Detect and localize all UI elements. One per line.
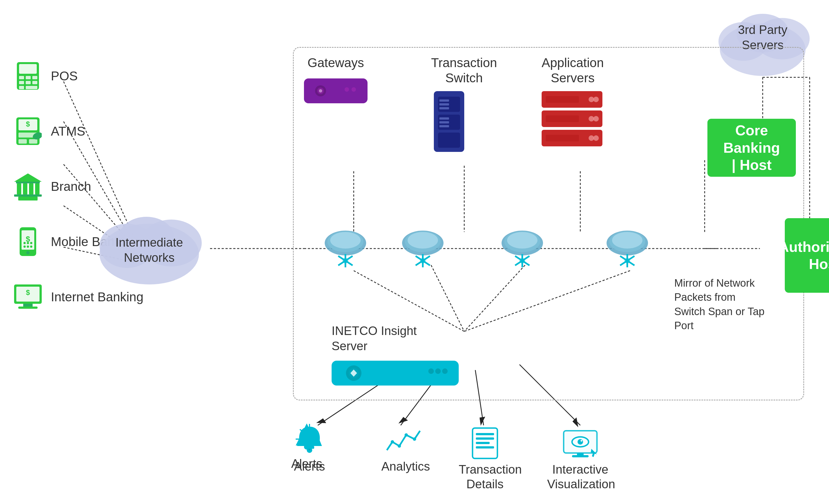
svg-rect-28 [19, 76, 24, 79]
analytics-label: Analytics [381, 460, 426, 473]
branch-label: Branch [51, 179, 91, 194]
svg-point-59 [27, 245, 29, 248]
interactive-viz-output: InteractiveVisualization [547, 425, 613, 492]
interactive-viz-label: InteractiveVisualization [547, 462, 613, 492]
branch-device: Branch [13, 171, 143, 202]
svg-point-133 [428, 369, 434, 374]
transaction-details-label: TransactionDetails [459, 462, 511, 492]
svg-rect-41 [29, 139, 37, 144]
svg-rect-82 [439, 100, 449, 102]
svg-point-56 [27, 242, 29, 244]
router-3 [500, 227, 544, 272]
svg-rect-46 [23, 183, 27, 194]
svg-rect-47 [29, 183, 33, 194]
svg-point-55 [24, 242, 26, 244]
svg-rect-64 [23, 304, 33, 307]
svg-rect-32 [26, 81, 31, 84]
pos-icon [13, 61, 43, 91]
svg-point-94 [593, 96, 599, 102]
svg-point-79 [352, 87, 356, 92]
svg-point-118 [507, 232, 537, 248]
svg-rect-88 [439, 125, 449, 127]
mirror-text: Mirror of NetworkPackets fromSwitch Span… [674, 276, 765, 333]
svg-rect-158 [572, 455, 588, 457]
svg-rect-101 [546, 135, 579, 142]
svg-point-77 [319, 89, 322, 92]
svg-rect-33 [32, 81, 37, 84]
core-banking-label: Core Banking| Host [708, 122, 796, 173]
atm-icon: $ [13, 116, 43, 146]
svg-text:$: $ [26, 288, 30, 297]
svg-point-60 [30, 245, 32, 248]
svg-point-125 [612, 232, 643, 248]
svg-rect-34 [19, 86, 24, 89]
svg-rect-98 [546, 115, 579, 122]
router-1 [323, 227, 367, 272]
svg-point-100 [593, 135, 599, 141]
svg-rect-40 [19, 139, 27, 144]
svg-point-146 [413, 437, 416, 441]
svg-rect-49 [14, 194, 42, 197]
svg-point-58 [24, 245, 26, 248]
inetco-server-section: INETCO InsightServer [332, 323, 459, 389]
alerts-icon-area: Alerts [287, 423, 332, 473]
transaction-switch-label: TransactionSwitch [431, 55, 497, 86]
svg-point-54 [26, 251, 30, 254]
auth-host-box: AuthorizationHost [785, 218, 829, 293]
inetco-label: INETCO InsightServer [332, 323, 459, 353]
desktop-icon: $ [13, 282, 43, 312]
svg-rect-89 [438, 132, 460, 148]
svg-rect-84 [439, 107, 449, 109]
router-4 [605, 227, 649, 272]
router-2 [401, 227, 445, 272]
svg-point-57 [30, 242, 32, 244]
app-servers-section: ApplicationServers [542, 55, 604, 148]
svg-rect-50 [18, 197, 38, 200]
svg-rect-148 [476, 433, 494, 435]
pos-device: POS [13, 61, 143, 91]
atms-label: ATMS [51, 124, 85, 139]
transaction-details-output: TransactionDetails [459, 425, 511, 492]
svg-rect-151 [476, 446, 494, 449]
svg-point-145 [404, 433, 408, 437]
svg-point-155 [578, 439, 583, 444]
intermediate-networks-cloud: IntermediateNetworks [91, 207, 207, 293]
svg-point-129 [624, 258, 630, 264]
svg-marker-43 [14, 173, 42, 182]
svg-point-134 [435, 369, 441, 374]
svg-rect-86 [439, 117, 449, 120]
svg-rect-48 [35, 183, 39, 194]
svg-rect-45 [17, 183, 21, 194]
svg-point-111 [407, 232, 438, 248]
alerts-label2: Alerts [287, 460, 332, 473]
analytics-output: Analytics [381, 425, 426, 473]
svg-text:$: $ [26, 120, 30, 128]
core-banking-box: Core Banking| Host [708, 119, 796, 177]
svg-rect-31 [19, 81, 24, 84]
svg-rect-149 [476, 437, 494, 440]
svg-point-143 [391, 440, 394, 443]
atms-device: $ ATMS [13, 116, 143, 146]
svg-point-78 [345, 87, 349, 92]
intermediate-networks-label: IntermediateNetworks [105, 235, 193, 265]
svg-point-156 [581, 440, 582, 441]
svg-rect-83 [439, 103, 449, 106]
gateways-label: Gateways [304, 55, 367, 70]
svg-point-122 [519, 258, 525, 264]
svg-rect-87 [439, 121, 449, 123]
bank-icon [13, 171, 43, 202]
svg-point-97 [593, 116, 599, 121]
svg-rect-95 [546, 96, 579, 103]
diagram: POS $ ATMS [0, 0, 829, 504]
svg-rect-150 [476, 442, 490, 444]
svg-point-144 [398, 444, 401, 448]
svg-rect-27 [19, 64, 37, 74]
gateways-section: Gateways [304, 55, 367, 107]
svg-rect-30 [32, 76, 37, 79]
pos-label: POS [51, 69, 78, 83]
svg-rect-44 [16, 182, 40, 183]
svg-rect-35 [26, 86, 37, 89]
mobile-icon: $ [13, 227, 43, 257]
transaction-switch-section: TransactionSwitch [431, 55, 497, 153]
svg-point-135 [442, 369, 448, 374]
